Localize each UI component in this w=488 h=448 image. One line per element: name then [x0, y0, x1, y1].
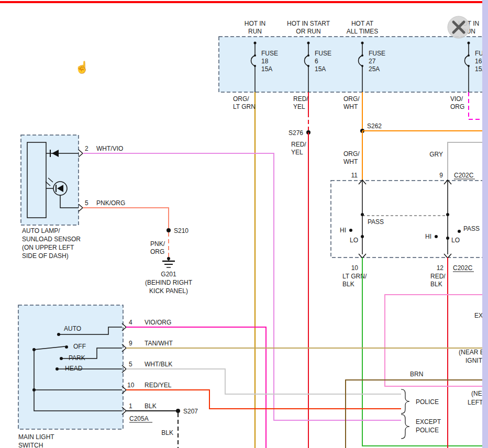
fuse-number: 18 — [261, 58, 269, 65]
dimmer-switch-box: 11 9 C202C PASS HI LO HI PASS LO 10 12 C… — [331, 172, 488, 272]
switch-caption: SWITCH — [18, 442, 43, 448]
splice-label: S262 — [367, 122, 382, 130]
pin-5-label: 5 — [85, 199, 88, 207]
splice-label: S210 — [174, 227, 188, 234]
pin-arrow-right-icon — [79, 204, 83, 211]
wire-label: WHT/VIO — [96, 145, 123, 152]
hot-label: HOT IN — [245, 20, 265, 27]
hot-label: HOT IN START — [287, 20, 330, 27]
connector-c205a[interactable]: C205A — [129, 415, 149, 422]
clipped-label: EX — [474, 312, 483, 319]
hot-label: OR RUN — [296, 28, 320, 35]
wire-label: ORG/ — [343, 95, 360, 103]
pass-contact-right — [458, 230, 461, 233]
wire-label: LT GRN/ — [342, 273, 367, 280]
wire-red-yel-switch — [126, 390, 401, 409]
wire-label: ORG/ — [233, 95, 249, 103]
fuse-dot — [468, 54, 470, 57]
pin-9-label: 9 — [439, 172, 443, 179]
pin-number: 5 — [129, 361, 132, 368]
wire-pnk-loop — [385, 295, 488, 386]
power-box-outline — [219, 37, 488, 92]
wire-label: VIO/ — [450, 95, 463, 103]
wire-brn — [346, 380, 488, 448]
fuse-dot — [254, 54, 256, 57]
position-park: PARK — [69, 354, 85, 362]
scrollbar-strip[interactable] — [482, 0, 488, 448]
fuse-number: 16 — [475, 58, 482, 65]
fuse-word: FUSE — [315, 50, 331, 57]
pin-11-label: 11 — [351, 172, 358, 179]
sensor-caption: (ON UPPER LEFT — [22, 244, 74, 251]
pin-number: 4 — [129, 319, 132, 326]
fuse-word: FUSE — [369, 50, 385, 57]
pin-number: 1 — [129, 402, 132, 410]
wire-label: BLK — [145, 402, 157, 410]
wire-label: WHT/BLK — [145, 361, 172, 368]
position-head: HEAD — [65, 365, 83, 372]
wire-label: PNK/ORG — [96, 199, 125, 207]
diagram-viewer: HOT IN RUN FUSE 18 15A HOT IN START OR R… — [0, 0, 488, 448]
sunload-sensor-box — [21, 135, 83, 225]
fuse-amps: 15A — [261, 65, 272, 73]
police-brace-icon — [401, 389, 409, 413]
wire-label: RED/YEL — [145, 382, 172, 389]
splice-s210 — [167, 228, 171, 232]
police-label: POLICE — [416, 398, 439, 406]
fuse-dot — [307, 54, 309, 57]
position-auto: AUTO — [64, 325, 81, 332]
main-light-switch-box: AUTO OFF PARK HEAD — [18, 305, 126, 429]
wire-label: ORG — [150, 248, 164, 255]
splice-label: S207 — [183, 408, 198, 415]
pin-number: 10 — [127, 382, 135, 389]
wire-label: BLK — [342, 281, 354, 288]
lo-label-left: LO — [350, 237, 358, 244]
fuse-dot — [361, 54, 363, 57]
pin-arrow-right-icon — [79, 150, 83, 157]
wire-label: VIO/ORG — [145, 319, 171, 326]
pin-2-label: 2 — [85, 145, 88, 152]
except-police-label: POLICE — [416, 427, 439, 434]
fuse-amps: 15A — [315, 65, 326, 73]
wiring-diagram-canvas: HOT IN RUN FUSE 18 15A HOT IN START OR R… — [0, 0, 488, 448]
wire-pnk-org — [83, 208, 169, 228]
top-red-bar — [0, 1, 482, 3]
power-distribution-box: HOT IN RUN FUSE 18 15A HOT IN START OR R… — [219, 20, 488, 92]
wire-label: BRN — [410, 371, 423, 378]
location-note: IGNIT — [465, 357, 483, 364]
wire-label: PNK/ — [150, 240, 165, 248]
wire-label: RED/ — [430, 273, 446, 280]
contact-off — [65, 345, 68, 349]
hi-contact-left — [349, 229, 352, 232]
connector-c202c-bottom[interactable]: C202C — [453, 264, 473, 272]
wire-label: BLK — [430, 281, 442, 288]
wire-label: BLK — [161, 429, 173, 436]
pin-number: 9 — [129, 340, 132, 347]
wire-label: LT GRN — [233, 103, 256, 110]
wire-label: GRY — [429, 151, 443, 158]
switch-caption: MAIN LIGHT — [18, 433, 54, 441]
sensor-caption: SUNLOAD SENSOR — [22, 236, 81, 243]
wire-label: RED/ — [291, 141, 306, 148]
sensor-caption: AUTO LAMP/ — [22, 227, 60, 234]
pin-12-label: 12 — [437, 264, 444, 272]
fuse-word: FUSE — [261, 50, 278, 57]
wire-label: WHT — [343, 103, 358, 110]
fuse-number: 6 — [315, 58, 318, 65]
hi-contact-right — [435, 235, 438, 238]
hand-cursor-icon: ☝ — [75, 60, 90, 74]
close-button[interactable] — [448, 16, 470, 38]
wire-label: TAN/WHT — [145, 340, 173, 347]
pin-10-label: 10 — [351, 264, 359, 272]
wire-label: YEL — [293, 103, 305, 110]
lo-label-right: LO — [451, 237, 460, 244]
hi-label-left: HI — [340, 227, 346, 234]
hot-label: HOT AT — [351, 20, 374, 27]
wire-label: ORG — [450, 103, 464, 110]
sensor-caption: SIDE OF DASH) — [22, 252, 69, 260]
dimmer-box-outline — [331, 181, 488, 257]
position-off: OFF — [73, 343, 86, 350]
ground-location: (BEHIND RIGHT — [145, 279, 193, 286]
connector-c202c-top[interactable]: C202C — [454, 172, 474, 179]
wire-label: RED/ — [293, 95, 308, 103]
